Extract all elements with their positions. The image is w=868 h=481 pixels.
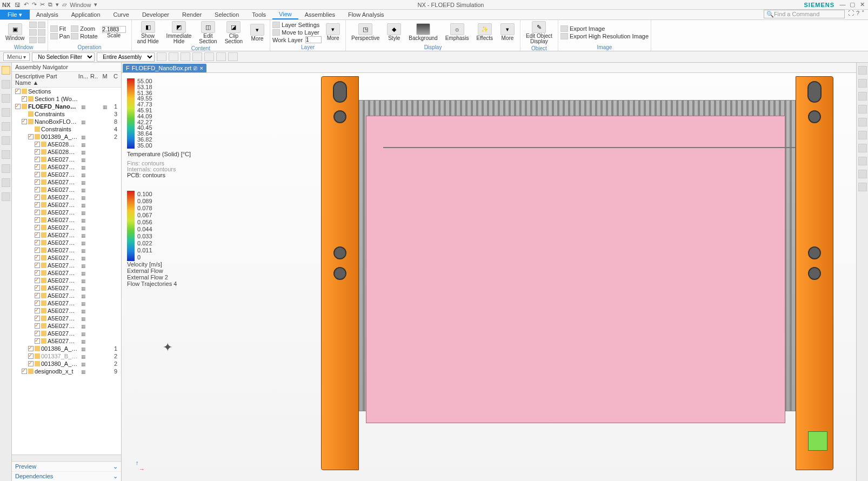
system-icon[interactable]	[2, 178, 10, 187]
rotate-button[interactable]: Rotate	[71, 32, 97, 39]
scale-control[interactable]: Scale	[99, 25, 129, 39]
checkbox[interactable]	[35, 323, 40, 329]
checkbox[interactable]	[35, 240, 40, 245]
checkbox[interactable]	[15, 104, 21, 109]
legend-series[interactable]: PCB: contours	[127, 172, 197, 178]
collapse-ribbon-icon[interactable]: ˄	[862, 10, 865, 19]
qat-dropdown-icon[interactable]: ▾	[56, 1, 59, 8]
roles-icon[interactable]	[2, 164, 10, 173]
move-to-layer-button[interactable]: Move to Layer	[272, 29, 322, 36]
fit-button[interactable]: Fit	[50, 25, 70, 32]
checkbox[interactable]	[35, 149, 40, 155]
tree-item[interactable]: A5E02782250_i...	[12, 307, 121, 315]
tree-item[interactable]: FLOEFD_NanoBox (Or...1	[12, 103, 121, 110]
selection-icon-1[interactable]	[157, 52, 166, 61]
window-label[interactable]: Window	[70, 2, 91, 8]
redo-icon[interactable]: ↷	[32, 1, 37, 8]
checkbox[interactable]	[35, 300, 40, 306]
part-navigator-icon[interactable]	[2, 80, 10, 89]
selection-scope-dropdown[interactable]: Entire Assembly	[97, 52, 155, 62]
window-button[interactable]: ▣Window	[2, 22, 28, 42]
snap-icon[interactable]	[858, 66, 867, 75]
legend-series[interactable]: Flow Trajectories 4	[127, 280, 197, 287]
graphics-viewport[interactable]: 55.0053.1851.3649.5547.7345.9144.0942.27…	[122, 72, 856, 481]
tree-item[interactable]: A5E02782250_i...	[12, 163, 121, 171]
fullscreen-icon[interactable]: ⛶	[848, 10, 854, 19]
checkbox[interactable]	[35, 338, 40, 344]
save-icon[interactable]: 🖫	[15, 2, 21, 8]
constraint-navigator-icon[interactable]	[2, 94, 10, 103]
tree-item[interactable]: A5E02782250_i...	[12, 231, 121, 239]
zoom-button[interactable]: Zoom	[71, 25, 97, 32]
tree-item[interactable]: designodb_x_t9	[12, 368, 121, 375]
selection-icon-2[interactable]	[169, 52, 178, 61]
hd3d-icon[interactable]	[2, 122, 10, 131]
effects-button[interactable]: ✨Effects	[473, 22, 496, 42]
rewind-icon[interactable]	[858, 144, 867, 152]
minimize-icon[interactable]: —	[839, 1, 846, 8]
checkbox[interactable]	[28, 346, 34, 351]
background-button[interactable]: Background	[405, 22, 440, 42]
checkbox[interactable]	[35, 187, 40, 192]
checkbox[interactable]	[28, 361, 34, 366]
tree-item[interactable]: A5E02782250_i...	[12, 262, 121, 269]
checkbox[interactable]	[35, 270, 40, 276]
window-small-2[interactable]	[29, 29, 37, 36]
tree-item[interactable]: A5E02782250_i...	[12, 186, 121, 193]
checkbox[interactable]	[35, 263, 40, 268]
menu-tab-view[interactable]: View	[272, 10, 298, 19]
navigator-hscroll[interactable]	[12, 455, 121, 461]
col-descriptive-name[interactable]: Descriptive Part Name ▲	[12, 72, 78, 87]
tree-item[interactable]: 001337_B_x_t2	[12, 352, 121, 360]
help-icon[interactable]: ?	[856, 10, 859, 19]
checkbox[interactable]	[35, 293, 40, 298]
tree-item[interactable]: Sections	[12, 88, 121, 95]
orient-icon[interactable]	[858, 105, 867, 113]
checkbox[interactable]	[15, 89, 21, 94]
tree-item[interactable]: A5E02782250_i...	[12, 239, 121, 246]
tree-item[interactable]: A5E02782250_i...	[12, 171, 121, 178]
tree-item[interactable]: A5E02782250_i...	[12, 315, 121, 322]
window-small-6[interactable]	[38, 36, 45, 43]
clip-section-button[interactable]: ◪Clip Section	[222, 20, 246, 45]
tree-item[interactable]: A5E02782250_i...	[12, 292, 121, 299]
close-icon[interactable]: ✕	[858, 1, 866, 8]
tree-item[interactable]: A5E02782250_i...	[12, 284, 121, 292]
assembly-navigator-icon[interactable]	[2, 66, 10, 75]
light-icon[interactable]	[858, 118, 867, 126]
perspective-button[interactable]: ◳Perspective	[348, 22, 383, 42]
tree-item[interactable]: A5E02782811_G...	[12, 156, 121, 163]
immediate-hide-button[interactable]: ◩Immediate Hide	[163, 20, 195, 45]
pin-icon[interactable]: ⎚	[193, 65, 197, 71]
tree-item[interactable]: A5E02806385_G...	[12, 141, 121, 148]
browser-icon[interactable]	[2, 136, 10, 145]
tree-item[interactable]: Section 1 (Work)	[12, 95, 121, 103]
work-layer-input[interactable]	[305, 36, 322, 43]
tree-item[interactable]: A5E02782250_i...	[12, 299, 121, 307]
tree-item[interactable]: A5E02782250_i...	[12, 322, 121, 330]
checkbox[interactable]	[35, 164, 40, 170]
emphasis-button[interactable]: ☼Emphasis	[442, 22, 472, 42]
pan-button[interactable]: Pan	[50, 32, 70, 39]
style-button[interactable]: ◆Style	[384, 22, 404, 42]
preview-section[interactable]: Preview⌄	[12, 462, 121, 471]
col-m[interactable]: M	[99, 72, 110, 87]
grid-icon[interactable]	[858, 92, 867, 101]
checkbox[interactable]	[35, 142, 40, 147]
checkbox[interactable]	[35, 195, 40, 200]
tree-item[interactable]: Constraints3	[12, 110, 121, 118]
menu-button[interactable]: Menu ▾	[3, 52, 30, 61]
export-hires-button[interactable]: Export High Resolution Image	[560, 32, 649, 39]
tree-item[interactable]: A5E02782811_G...	[12, 337, 121, 345]
cut-icon[interactable]: ✂	[40, 1, 45, 8]
checkbox[interactable]	[28, 353, 34, 359]
wcs-icon[interactable]	[858, 79, 867, 88]
document-tab[interactable]: F FLOEFD_NanoBox.prt ⎚ ×	[123, 64, 206, 72]
menu-tab-tools[interactable]: Tools	[245, 10, 272, 19]
checkbox[interactable]	[35, 225, 40, 230]
tree-item[interactable]: A5E02782250_i...	[12, 277, 121, 284]
menu-tab-render[interactable]: Render	[176, 10, 208, 19]
history-icon[interactable]	[2, 150, 10, 159]
tree-item[interactable]: 001380_A_x_t2	[12, 360, 121, 368]
tree-item[interactable]: A5E02782250_i...	[12, 254, 121, 262]
